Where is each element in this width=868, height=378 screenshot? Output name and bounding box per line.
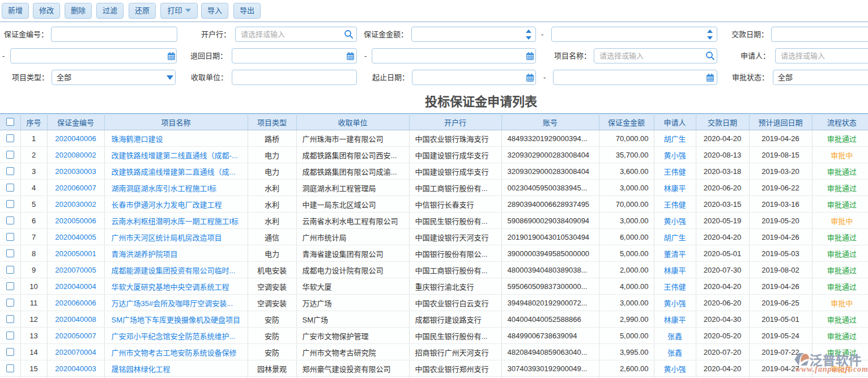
svg-text:www.fanpusoft.com: www.fanpusoft.com	[795, 365, 868, 373]
